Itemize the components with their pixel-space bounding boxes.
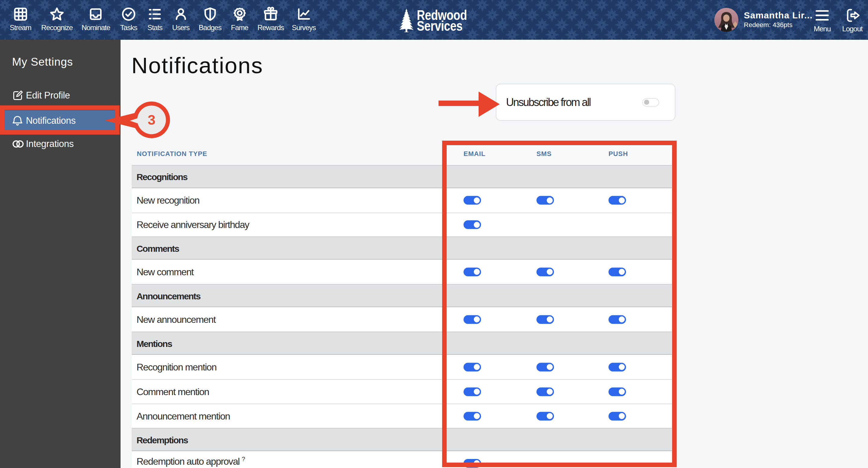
svg-text:3: 3: [148, 112, 156, 128]
